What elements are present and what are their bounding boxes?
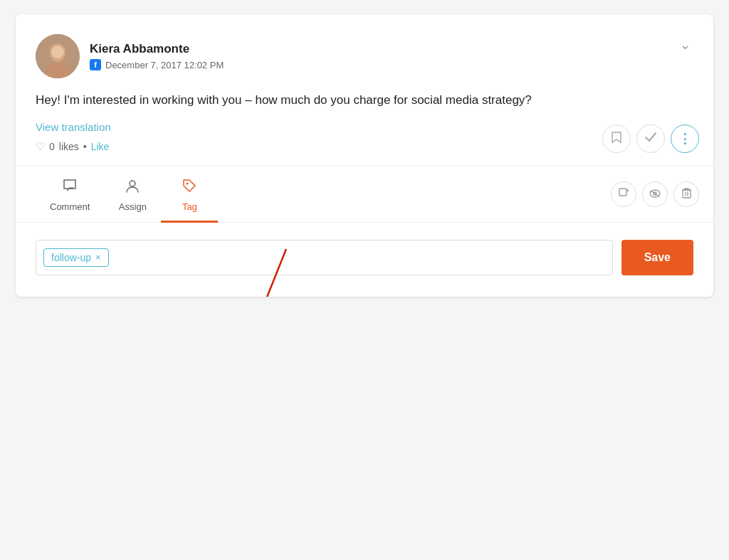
tag-icon xyxy=(182,178,197,197)
hide-icon xyxy=(649,189,661,200)
likes-label: likes xyxy=(59,141,79,152)
comment-icon xyxy=(62,178,78,197)
like-link[interactable]: Like xyxy=(91,141,110,152)
tag-section: follow-up × Save xyxy=(16,223,713,297)
hide-button[interactable] xyxy=(642,181,668,207)
more-dots-icon: ⋮ xyxy=(678,131,692,147)
likes-count: 0 xyxy=(49,141,55,152)
check-icon xyxy=(645,132,656,145)
tag-chip-followup: follow-up × xyxy=(43,248,109,267)
chevron-down-button[interactable]: ⌄ xyxy=(677,34,693,56)
avatar-image xyxy=(36,34,80,78)
view-translation-link[interactable]: View translation xyxy=(36,121,111,133)
author-name: Kiera Abbamonte xyxy=(90,42,224,56)
assign-icon xyxy=(125,178,140,197)
avatar xyxy=(36,34,80,78)
delete-button[interactable] xyxy=(673,181,699,207)
tab-assign[interactable]: Assign xyxy=(104,167,161,223)
post-body: Hey! I'm interested in working with you … xyxy=(36,91,693,110)
tab-comment-label: Comment xyxy=(50,201,90,212)
tab-tag[interactable]: Tag xyxy=(161,167,218,223)
edit-icon xyxy=(619,188,629,200)
author-meta: f December 7, 2017 12:02 PM xyxy=(90,59,224,70)
svg-point-4 xyxy=(130,181,135,186)
tabs-section: Comment Assign Tag xyxy=(16,167,713,223)
svg-rect-6 xyxy=(619,189,626,196)
tag-chip-close-button[interactable]: × xyxy=(95,252,101,263)
post-action-buttons: ⋮ xyxy=(602,125,699,153)
svg-point-5 xyxy=(187,182,189,184)
svg-point-3 xyxy=(51,46,64,58)
post-section: Kiera Abbamonte f December 7, 2017 12:02… xyxy=(16,14,713,166)
post-header: Kiera Abbamonte f December 7, 2017 12:02… xyxy=(36,34,693,78)
heart-icon: ♡ xyxy=(36,140,45,153)
svg-line-9 xyxy=(651,191,659,196)
save-button[interactable]: Save xyxy=(622,240,693,275)
tab-assign-label: Assign xyxy=(119,201,147,212)
more-options-button[interactable]: ⋮ xyxy=(671,125,699,153)
tab-comment[interactable]: Comment xyxy=(36,167,104,223)
tab-tag-label: Tag xyxy=(182,201,197,212)
post-timestamp: December 7, 2017 12:02 PM xyxy=(105,60,224,70)
check-button[interactable] xyxy=(636,125,665,153)
likes-separator: • xyxy=(83,141,87,152)
tab-action-buttons xyxy=(611,181,699,207)
tag-chip-label: follow-up xyxy=(51,252,91,263)
svg-rect-10 xyxy=(683,190,691,198)
bookmark-button[interactable] xyxy=(602,125,631,153)
post-header-left: Kiera Abbamonte f December 7, 2017 12:02… xyxy=(36,34,224,78)
delete-icon xyxy=(682,187,691,201)
facebook-icon: f xyxy=(90,59,101,70)
tag-input-container[interactable]: follow-up × xyxy=(36,240,613,275)
author-info: Kiera Abbamonte f December 7, 2017 12:02… xyxy=(90,42,224,70)
edit-button[interactable] xyxy=(611,181,636,207)
bookmark-icon xyxy=(611,131,622,147)
main-card: Kiera Abbamonte f December 7, 2017 12:02… xyxy=(16,14,713,297)
likes-row: ♡ 0 likes • Like xyxy=(36,140,693,153)
